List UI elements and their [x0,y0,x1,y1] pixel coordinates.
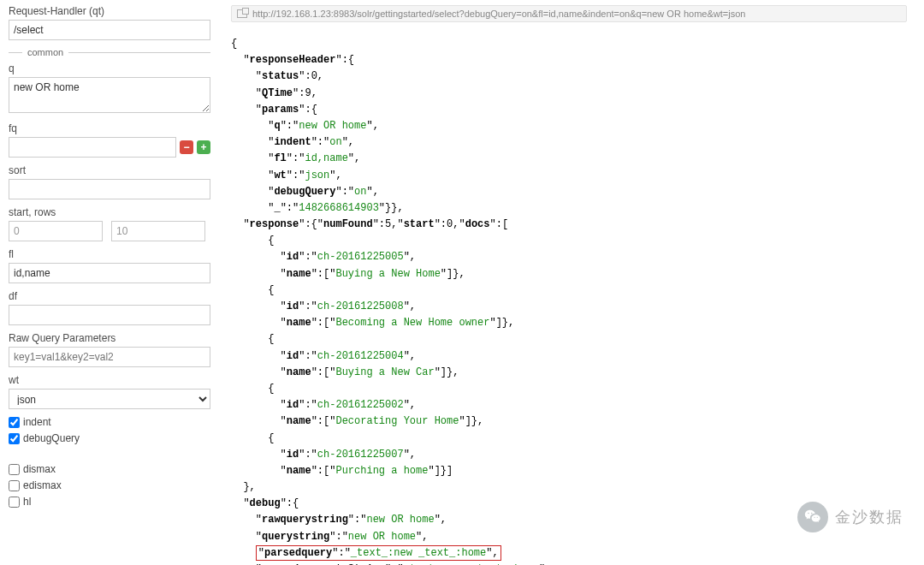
fq-add-button[interactable]: + [197,140,210,154]
fq-input[interactable] [9,137,176,158]
watermark: 金沙数据 [797,502,903,532]
rawq-label: Raw Query Parameters [9,332,210,344]
start-rows-label: start, rows [9,206,210,218]
indent-label: indent [23,416,51,428]
fq-label: fq [9,122,210,134]
new-window-icon [237,9,247,18]
wt-label: wt [9,374,210,386]
sort-input[interactable] [9,179,210,199]
dismax-label: dismax [23,463,56,475]
hl-checkbox[interactable] [9,497,20,508]
dismax-checkbox[interactable] [9,464,20,475]
hl-label: hl [23,496,31,508]
wechat-icon [797,502,828,532]
request-handler-input[interactable] [9,20,210,40]
fq-remove-button[interactable]: − [180,140,193,154]
sort-label: sort [9,164,210,176]
request-handler-label: Request-Handler (qt) [9,5,210,17]
rawq-input[interactable] [9,347,210,367]
start-input[interactable] [9,221,103,241]
q-label: q [9,62,210,74]
json-response: { "responseHeader":{ "status":0, "QTime"… [231,36,924,565]
debugquery-checkbox[interactable] [9,433,20,444]
common-legend: common [9,47,210,57]
edismax-checkbox[interactable] [9,480,20,491]
indent-checkbox[interactable] [9,417,20,428]
wt-select[interactable]: json [9,389,210,409]
url-bar[interactable]: http://192.168.1.23:8983/solr/gettingsta… [231,5,907,22]
watermark-text: 金沙数据 [835,507,903,527]
fl-label: fl [9,248,210,260]
edismax-label: edismax [23,479,62,491]
url-text: http://192.168.1.23:8983/solr/gettingsta… [252,9,745,19]
debugquery-label: debugQuery [23,432,80,444]
df-label: df [9,290,210,302]
rows-input[interactable] [111,221,205,241]
q-input[interactable]: new OR home [9,77,210,113]
fl-input[interactable] [9,263,210,283]
parsedquery-highlight: "parsedquery":"_text_:new _text_:home", [256,545,501,561]
df-input[interactable] [9,305,210,325]
